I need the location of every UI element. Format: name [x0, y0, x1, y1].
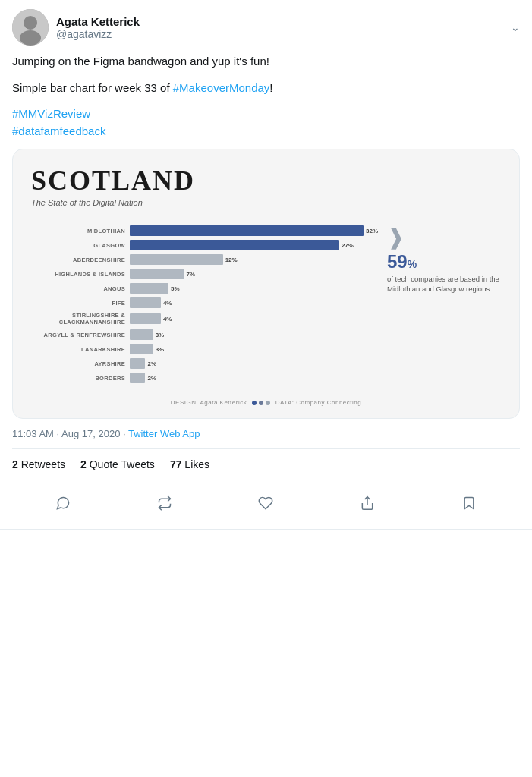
bar-row: FIFE4% — [31, 297, 378, 308]
hashtag-mmvizreview[interactable]: #MMVizReview — [12, 107, 90, 120]
bar-row: ABERDEENSHIRE12% — [31, 254, 378, 265]
bar-percentage: 3% — [156, 346, 165, 353]
bar-fill — [130, 313, 161, 324]
tweet-card: Agata Ketterick @agatavizz ⌄ Jumping on … — [0, 0, 532, 530]
bar-row: GLASGOW27% — [31, 240, 378, 250]
bar-track: 2% — [130, 358, 378, 369]
bar-fill — [130, 297, 161, 308]
footer-dot — [266, 401, 270, 405]
tweet-hashtags: #MMVizReview #datafamfeedback — [12, 105, 520, 140]
bar-track: 7% — [130, 269, 378, 279]
twitter-source-link[interactable]: Twitter Web App — [128, 428, 200, 439]
bar-row: AYRSHIRE2% — [31, 358, 378, 369]
bar-chart: MIDLOTHIAN32%GLASGOW27%ABERDEENSHIRE12%H… — [31, 225, 378, 387]
bar-row: LANARKSHIRE3% — [31, 344, 378, 354]
bar-fill — [130, 283, 168, 294]
chart-area: MIDLOTHIAN32%GLASGOW27%ABERDEENSHIRE12%H… — [31, 225, 501, 387]
bar-fill — [130, 240, 339, 250]
bar-label: GLASGOW — [31, 242, 130, 249]
bar-percentage: 4% — [163, 316, 172, 322]
tweet-header: Agata Ketterick @agatavizz ⌄ — [12, 9, 520, 46]
bookmark-icon — [461, 495, 477, 511]
bar-track: 27% — [130, 240, 378, 250]
svg-point-2 — [20, 30, 41, 46]
tweet-actions — [12, 486, 520, 520]
bar-row: ARGYLL & RENFREWSHIRE3% — [31, 329, 378, 340]
retweet-button[interactable] — [151, 489, 178, 517]
bar-row: ANGUS5% — [31, 283, 378, 294]
bar-fill — [130, 329, 153, 340]
bar-row: HIGHLANDS & ISLANDS7% — [31, 269, 378, 279]
chart-title: SCOTLAND — [31, 165, 501, 197]
bar-label: FIFE — [31, 300, 130, 307]
tweet-stats: 2 Retweets 2 Quote Tweets 77 Likes — [12, 448, 520, 480]
bar-percentage: 2% — [147, 375, 156, 382]
bar-fill — [130, 373, 145, 383]
svg-point-1 — [24, 16, 37, 30]
bar-track: 4% — [130, 313, 378, 324]
bar-track: 4% — [130, 297, 378, 308]
bar-percentage: 27% — [342, 242, 354, 249]
likes-stat[interactable]: 77 Likes — [170, 458, 209, 470]
bar-row: BORDERS2% — [31, 373, 378, 383]
display-name[interactable]: Agata Ketterick — [56, 15, 140, 28]
user-details: Agata Ketterick @agatavizz — [56, 15, 140, 40]
callout-description: of tech companies are based in the Midlo… — [387, 274, 501, 294]
bar-percentage: 7% — [187, 271, 196, 278]
bar-label: AYRSHIRE — [31, 360, 130, 367]
callout-arrow-icon: ❱ — [387, 227, 405, 248]
bar-track: 12% — [130, 254, 378, 265]
bar-percentage: 5% — [171, 285, 180, 292]
chart-subtitle: The State of the Digital Nation — [31, 198, 501, 207]
bar-label: HIGHLANDS & ISLANDS — [31, 271, 130, 278]
bookmark-button[interactable] — [455, 489, 483, 517]
user-info-block: Agata Ketterick @agatavizz — [12, 9, 140, 46]
hashtag-makeover[interactable]: #MakeoverMonday — [173, 81, 270, 94]
footer-dots — [252, 401, 270, 405]
reply-button[interactable] — [49, 489, 77, 517]
bar-track: 32% — [130, 225, 378, 236]
username[interactable]: @agatavizz — [56, 28, 140, 40]
hashtag-datafamfeedback[interactable]: #datafamfeedback — [12, 124, 105, 137]
quote-tweets-stat[interactable]: 2 Quote Tweets — [80, 458, 155, 470]
avatar-image — [12, 9, 49, 46]
bar-track: 2% — [130, 373, 378, 383]
bar-track: 5% — [130, 283, 378, 294]
bar-row: STIRLINGSHIRE & CLACKMANNANSHIRE4% — [31, 312, 378, 326]
share-icon — [360, 495, 375, 511]
tweet-line2: Simple bar chart for week 33 of #Makeove… — [12, 80, 520, 97]
chart-card: SCOTLAND The State of the Digital Nation… — [12, 149, 520, 419]
callout: ❱ 59% of tech companies are based in the… — [387, 225, 501, 387]
bar-percentage: 4% — [163, 300, 172, 307]
bar-percentage: 2% — [147, 360, 156, 367]
bar-track: 3% — [130, 344, 378, 354]
bar-fill — [130, 254, 223, 265]
footer-dot — [252, 401, 257, 405]
bar-fill — [130, 269, 184, 279]
avatar[interactable] — [12, 9, 49, 46]
heart-icon — [258, 495, 273, 511]
bar-label: BORDERS — [31, 375, 130, 382]
tweet-line1: Jumping on the Figma bandwagon and yup i… — [12, 53, 520, 71]
bar-fill — [130, 358, 145, 369]
retweets-stat[interactable]: 2 Retweets — [12, 458, 65, 470]
like-button[interactable] — [252, 489, 279, 517]
chevron-down-icon[interactable]: ⌄ — [511, 21, 520, 33]
bar-fill — [130, 225, 364, 236]
bar-percentage: 3% — [156, 332, 165, 338]
tweet-body: Jumping on the Figma bandwagon and yup i… — [12, 53, 520, 140]
chart-footer: DESIGN: Agata Ketterick DATA: Company Co… — [31, 399, 501, 406]
bar-label: MIDLOTHIAN — [31, 228, 130, 234]
bar-label: ARGYLL & RENFREWSHIRE — [31, 332, 130, 338]
bar-percentage: 12% — [225, 256, 238, 263]
bar-label: ANGUS — [31, 285, 130, 292]
share-button[interactable] — [354, 489, 381, 517]
footer-dot — [259, 401, 263, 405]
bar-label: STIRLINGSHIRE & CLACKMANNANSHIRE — [31, 312, 130, 326]
bar-percentage: 32% — [366, 228, 378, 234]
bar-track: 3% — [130, 329, 378, 340]
bar-label: LANARKSHIRE — [31, 346, 130, 353]
tweet-timestamp: 11:03 AM · Aug 17, 2020 · Twitter Web Ap… — [12, 428, 520, 439]
retweet-icon — [157, 495, 172, 511]
callout-percentage: 59% — [387, 251, 417, 272]
